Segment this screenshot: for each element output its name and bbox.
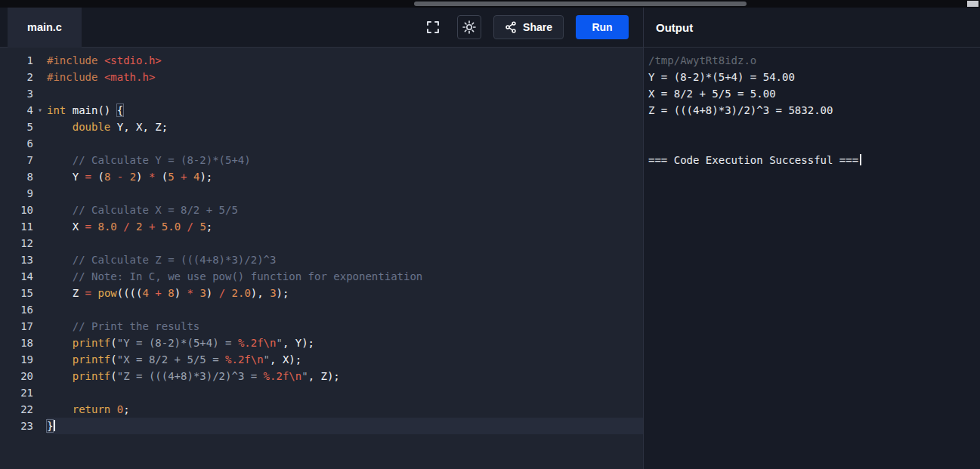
share-button[interactable]: Share [493,15,564,39]
code-text [47,235,643,251]
code-line[interactable]: 22 return 0; [0,401,643,418]
code-text [47,135,643,152]
fold-column [33,202,47,218]
editor-panel: main.c [0,8,643,469]
code-line[interactable]: 20 printf("Z = (((4+8)*3)/2)^3 = %.2f\n"… [0,368,643,384]
fold-column [33,318,47,335]
line-number: 4 [0,102,33,119]
code-text: // Calculate Y = (8-2)*(5+4) [47,152,643,168]
code-line[interactable]: 17 // Print the results [0,318,643,335]
output-line [648,135,975,152]
code-line[interactable]: 9 [0,185,643,202]
file-tab-main-c[interactable]: main.c [8,8,82,48]
code-text: printf("Y = (8-2)*(5+4) = %.2f\n", Y); [47,335,643,351]
code-text: Z = pow((((4 + 8) * 3) / 2.0), 3); [47,285,643,301]
code-line[interactable]: 13 // Calculate Z = (((4+8)*3)/2)^3 [0,251,643,268]
line-number: 5 [0,119,33,135]
code-text: // Calculate X = 8/2 + 5/5 [47,202,643,218]
code-line[interactable]: 14 // Note: In C, we use pow() function … [0,268,643,285]
line-number: 16 [0,301,33,318]
code-playground-app: main.c [0,0,980,469]
line-number: 20 [0,368,33,384]
code-line[interactable]: 5 double Y, X, Z; [0,119,643,135]
code-line[interactable]: 2#include <math.h> [0,69,643,85]
run-button-label: Run [592,21,612,33]
code-line[interactable]: 16 [0,301,643,318]
code-line[interactable]: 21 [0,384,643,401]
scrollbar-thumb[interactable] [414,2,747,6]
line-number: 2 [0,69,33,85]
code-line[interactable]: 18 printf("Y = (8-2)*(5+4) = %.2f\n", Y)… [0,335,643,351]
fold-column [33,152,47,168]
line-number: 10 [0,202,33,218]
output-panel: Output /tmp/AwytRt8idz.oY = (8-2)*(5+4) … [643,8,980,469]
fold-column [33,368,47,384]
output-line: X = 8/2 + 5/5 = 5.00 [648,85,975,102]
code-line[interactable]: 3 [0,85,643,102]
fold-column [33,301,47,318]
fold-column [33,85,47,102]
code-line[interactable]: 1#include <stdio.h> [0,52,643,69]
code-area[interactable]: 1#include <stdio.h>2#include <math.h>34▾… [0,48,643,469]
code-line[interactable]: 19 printf("X = 8/2 + 5/5 = %.2f\n", X); [0,351,643,368]
fold-column [33,218,47,235]
theme-toggle-button[interactable] [457,15,481,39]
fold-column [33,335,47,351]
code-text: X = 8.0 / 2 + 5.0 / 5; [47,218,643,235]
fold-column [33,135,47,152]
code-text [47,384,643,401]
code-text: #include <stdio.h> [47,52,643,69]
fold-column [33,52,47,69]
code-line[interactable]: 6 [0,135,643,152]
output-line [648,119,975,135]
fold-column [33,251,47,268]
code-text: Y = (8 - 2) * (5 + 4); [47,168,643,185]
code-text: #include <math.h> [47,69,643,85]
output-line: Y = (8-2)*(5+4) = 54.00 [648,69,975,85]
code-line[interactable]: 15 Z = pow((((4 + 8) * 3) / 2.0), 3); [0,285,643,301]
code-text: printf("Z = (((4+8)*3)/2)^3 = %.2f\n", Z… [47,368,643,384]
code-line[interactable]: 23} [0,418,643,434]
code-text: printf("X = 8/2 + 5/5 = %.2f\n", X); [47,351,643,368]
code-text [47,301,643,318]
output-title: Output [644,21,693,34]
line-number: 7 [0,152,33,168]
line-number: 19 [0,351,33,368]
code-line[interactable]: 7 // Calculate Y = (8-2)*(5+4) [0,152,643,168]
main-area: main.c [0,8,980,469]
code-text: return 0; [47,401,643,418]
output-content: /tmp/AwytRt8idz.oY = (8-2)*(5+4) = 54.00… [644,48,980,469]
line-number: 23 [0,418,33,434]
code-line[interactable]: 4▾int main() { [0,102,643,119]
line-number: 22 [0,401,33,418]
line-number: 12 [0,235,33,251]
line-number: 8 [0,168,33,185]
top-scrollbar[interactable] [0,0,980,8]
fold-column [33,268,47,285]
code-line[interactable]: 12 [0,235,643,251]
fold-column [33,418,47,434]
editor-header: main.c [0,8,643,48]
run-button[interactable]: Run [576,15,629,39]
line-number: 3 [0,85,33,102]
scrollbar-corner [967,1,978,7]
fullscreen-button[interactable] [421,15,445,39]
sun-brightness-icon [462,20,477,35]
code-line[interactable]: 10 // Calculate X = 8/2 + 5/5 [0,202,643,218]
fullscreen-expand-icon [425,20,441,35]
code-text: // Calculate Z = (((4+8)*3)/2)^3 [47,251,643,268]
code-line[interactable]: 8 Y = (8 - 2) * (5 + 4); [0,168,643,185]
fold-column [33,401,47,418]
code-line[interactable]: 11 X = 8.0 / 2 + 5.0 / 5; [0,218,643,235]
text-cursor [54,420,55,431]
line-number: 14 [0,268,33,285]
fold-column [33,285,47,301]
code-text: int main() { [47,102,643,119]
fold-column [33,168,47,185]
line-number: 15 [0,285,33,301]
line-number: 18 [0,335,33,351]
output-line: /tmp/AwytRt8idz.o [648,52,975,69]
output-header: Output [644,8,980,48]
fold-chevron-down-icon[interactable]: ▾ [33,102,47,119]
line-number: 17 [0,318,33,335]
